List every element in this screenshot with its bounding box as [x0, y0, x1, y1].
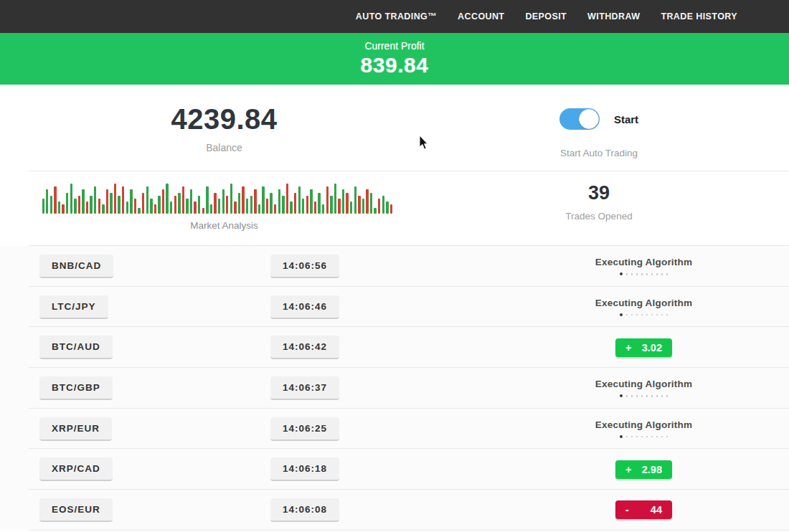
progress-dots [620, 272, 668, 275]
badge-value: 3.02 [642, 342, 662, 353]
auto-trading-toggle[interactable] [559, 108, 600, 130]
table-row: BTC/AUD 14:06:42 + 3.02 [0, 327, 789, 368]
pair-chip[interactable]: XRP/EUR [39, 417, 112, 441]
status-label: Executing Algorithm [595, 257, 692, 267]
trades-opened-value: 39 [588, 182, 610, 204]
status-executing: Executing Algorithm [595, 298, 692, 316]
summary-row: 4239.84 Balance Start Start Auto Trading [0, 85, 789, 171]
time-chip: 14:06:18 [270, 457, 339, 481]
badge-sign: + [625, 342, 631, 353]
toggle-start-label: Start [614, 113, 638, 125]
nav-menu-item[interactable]: AUTO TRADING™ [356, 11, 437, 22]
table-row: EOS/EUR 14:06:08 - 44 [0, 490, 789, 531]
trades-table: BNB/CAD 14:06:56 Executing Algorithm LTC… [0, 246, 789, 531]
trades-opened-label: Trades Opened [565, 211, 632, 222]
result-badge: + 2.98 [615, 460, 672, 479]
status-label: Executing Algorithm [595, 419, 692, 430]
result-badge: - 44 [615, 500, 672, 519]
status-executing: Executing Algorithm [595, 257, 692, 275]
time-chip: 14:06:46 [270, 295, 339, 319]
pair-chip[interactable]: BTC/GBP [39, 376, 113, 400]
pair-chip[interactable]: BNB/CAD [39, 255, 113, 278]
badge-sign: + [625, 464, 631, 475]
time-chip: 14:06:37 [270, 376, 339, 400]
time-chip: 14:06:42 [270, 336, 339, 359]
table-row: BNB/CAD 14:06:56 Executing Algorithm [0, 246, 789, 287]
progress-dots [620, 394, 668, 397]
market-analysis-chart [42, 184, 407, 214]
pair-chip[interactable]: EOS/EUR [39, 498, 113, 522]
top-navbar: AUTO TRADING™ ACCOUNT DEPOSIT WITHDRAW T… [0, 0, 789, 33]
time-chip: 14:06:56 [270, 255, 339, 278]
balance-label: Balance [206, 142, 242, 153]
market-analysis-label: Market Analysis [190, 220, 258, 231]
toggle-knob [579, 109, 599, 129]
nav-menu-item[interactable]: ACCOUNT [458, 11, 504, 22]
badge-value: 44 [651, 504, 662, 516]
progress-dots [620, 313, 668, 316]
nav-menu-item[interactable]: DEPOSIT [525, 11, 567, 22]
badge-sign: - [625, 504, 629, 516]
balance-value: 4239.84 [171, 103, 277, 136]
pair-chip[interactable]: LTC/JPY [39, 295, 108, 319]
status-executing: Executing Algorithm [595, 419, 692, 438]
status-label: Executing Algorithm [595, 379, 692, 389]
analysis-row: Market Analysis 39 Trades Opened [0, 171, 789, 245]
result-badge: + 3.02 [615, 338, 672, 357]
table-row: LTC/JPY 14:06:46 Executing Algorithm [0, 287, 789, 328]
table-row: XRP/EUR 14:06:25 Executing Algorithm [0, 409, 789, 450]
current-profit-label: Current Profit [364, 40, 424, 52]
time-chip: 14:06:08 [270, 498, 339, 522]
profit-banner: Current Profit 839.84 [0, 33, 789, 85]
status-label: Executing Algorithm [595, 298, 692, 308]
status-executing: Executing Algorithm [595, 379, 692, 397]
pair-chip[interactable]: XRP/CAD [39, 457, 113, 481]
time-chip: 14:06:25 [270, 417, 339, 441]
table-row: XRP/CAD 14:06:18 + 2.98 [0, 449, 789, 490]
start-auto-trading-label: Start Auto Trading [560, 148, 638, 158]
progress-dots [620, 435, 668, 438]
badge-value: 2.98 [642, 464, 662, 475]
current-profit-value: 839.84 [361, 53, 429, 77]
nav-menu-item[interactable]: TRADE HISTORY [661, 11, 737, 22]
pair-chip[interactable]: BTC/AUD [39, 336, 113, 359]
nav-menu-item[interactable]: WITHDRAW [587, 11, 640, 22]
table-row: BTC/GBP 14:06:37 Executing Algorithm [0, 368, 789, 409]
